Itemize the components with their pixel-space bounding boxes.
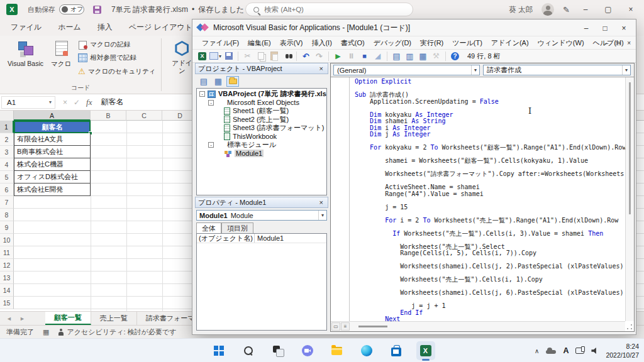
search-box[interactable]: 検索 (Alt+Q) (245, 3, 413, 16)
select-all-corner[interactable] (0, 111, 14, 121)
row-header-6[interactable]: 6 (0, 184, 14, 196)
onedrive-icon[interactable] (546, 348, 556, 354)
row-header-10[interactable]: 10 (0, 234, 14, 246)
taskbar-excel-icon[interactable] (416, 341, 435, 360)
taskbar-explorer-icon[interactable] (328, 341, 347, 360)
view-object-icon[interactable] (212, 76, 225, 87)
user-name[interactable]: 葵 太郎 (509, 5, 533, 14)
full-module-view-icon[interactable]: ≡ (341, 322, 350, 331)
vba-menu-ツール(T)[interactable]: ツール(T) (448, 38, 487, 48)
vertical-scrollbar-thumb[interactable] (629, 82, 631, 214)
sheet-tab-売上一覧[interactable]: 売上一覧 (91, 312, 137, 325)
vba-menu-書式(O)[interactable]: 書式(O) (336, 38, 369, 48)
tree-item-Sheet2 (売上一覧)[interactable]: Sheet2 (売上一覧) (197, 116, 326, 124)
vba-menu-ファイル(F)[interactable]: ファイル(F) (197, 38, 243, 48)
vertical-scrollbar[interactable] (625, 77, 634, 321)
save-icon[interactable] (93, 6, 101, 14)
tree-item-標準モジュール[interactable]: -標準モジュール (197, 141, 326, 150)
cell-A3[interactable]: B商事株式会社 (14, 146, 91, 158)
vba-minimize-button[interactable]: – (577, 24, 596, 33)
cell-A2[interactable]: 有限会社A文具 (14, 133, 91, 146)
avatar[interactable] (541, 3, 554, 16)
procedure-view-icon[interactable]: ▭ (331, 322, 340, 331)
ribbon-button-record-macro[interactable]: マクロの記録 (76, 39, 157, 50)
taskbar-clock[interactable]: 8:24 2022/10/27 (606, 342, 639, 359)
taskbar-start-icon[interactable] (209, 341, 228, 360)
vba-close-button[interactable]: × (614, 24, 633, 33)
row-header-12[interactable]: 12 (0, 259, 14, 272)
help-icon[interactable] (449, 51, 461, 62)
macro-record-icon[interactable]: ▦ (43, 328, 49, 336)
vba-menu-挿入(I)[interactable]: 挿入(I) (307, 38, 336, 48)
taskbar-store-icon[interactable] (387, 341, 406, 360)
row-header-11[interactable]: 11 (0, 246, 14, 259)
mdi-minimize-button[interactable]: – (605, 40, 609, 47)
row-header-2[interactable]: 2 (0, 133, 14, 146)
tree-item-Sheet1 (顧客一覧)[interactable]: Sheet1 (顧客一覧) (197, 107, 326, 116)
autosave-toggle[interactable]: オフ (59, 4, 84, 14)
vba-titlebar[interactable]: Microsoft Visual Basic for Applications … (192, 19, 636, 36)
autosave-control[interactable]: 自動保存 オフ (28, 4, 84, 14)
tree-expander-icon[interactable]: - (208, 100, 214, 106)
cell-A4[interactable]: 株式会社C機器 (14, 158, 91, 171)
properties-panel-header[interactable]: プロパティ - Module1 × (195, 197, 328, 208)
ribbon-tab-挿入[interactable]: 挿入 (89, 19, 121, 36)
column-header-A[interactable]: A (14, 111, 91, 121)
sheet-tab-顧客一覧[interactable]: 顧客一覧 (45, 312, 91, 325)
vba-menu-実行(R)[interactable]: 実行(R) (416, 38, 448, 48)
code-editor[interactable]: Option Explicit Sub 請求書作成() Application.… (331, 77, 625, 321)
horizontal-scrollbar[interactable]: ▭ ≡ (331, 321, 625, 331)
reset-icon[interactable] (358, 51, 370, 62)
view-code-icon[interactable] (197, 76, 210, 87)
document-title[interactable]: 7単元 請求書発行.xlsm • 保存しました ▾ (111, 4, 251, 15)
cut-icon[interactable] (242, 51, 253, 62)
cell-A1-selected[interactable]: 顧客名 (14, 121, 91, 133)
cancel-icon[interactable]: × (63, 98, 67, 107)
accessibility-status[interactable]: アクセシビリティ: 検討が必要です (58, 327, 176, 337)
tree-item-ThisWorkbook[interactable]: ThisWorkbook (197, 133, 326, 141)
taskbar-chat-icon[interactable] (298, 341, 317, 360)
ribbon-button-macro-security[interactable]: マクロのセキュリティ (76, 65, 157, 77)
horizontal-scrollbar-thumb[interactable] (358, 326, 387, 327)
ribbon-tab-ファイル[interactable]: ファイル (3, 19, 50, 36)
code-margin[interactable] (331, 77, 350, 321)
volume-icon[interactable] (591, 347, 599, 354)
vba-menu-デバッグ(D)[interactable]: デバッグ(D) (369, 38, 416, 48)
row-header-14[interactable]: 14 (0, 284, 14, 297)
save-icon[interactable] (223, 51, 235, 62)
run-icon[interactable] (332, 51, 344, 62)
column-header-C[interactable]: C (126, 111, 162, 121)
row-header-5[interactable]: 5 (0, 171, 14, 184)
excel-restore-button[interactable]: ▢ (601, 5, 615, 14)
ribbon-button-relative-reference[interactable]: 相対参照で記録 (76, 52, 157, 63)
project-panel-header[interactable]: プロジェクト - VBAProject × (195, 63, 328, 74)
tab-alphabetic[interactable]: 全体 (196, 222, 221, 233)
mdi-restore-button[interactable]: □ (616, 40, 619, 47)
enter-icon[interactable]: ✓ (74, 98, 80, 107)
property-row[interactable]: (オブジェクト名)Module1 (197, 234, 326, 243)
row-header-7[interactable]: 7 (0, 196, 14, 209)
taskbar-search-icon[interactable] (239, 341, 258, 360)
vba-menu-表示(V)[interactable]: 表示(V) (275, 38, 308, 48)
ribbon-tab-ページ レイアウト[interactable]: ページ レイアウト (121, 19, 201, 36)
ime-mode[interactable]: A (563, 346, 569, 355)
project-explorer-icon[interactable] (391, 51, 402, 62)
find-icon[interactable] (281, 51, 293, 62)
row-header-3[interactable]: 3 (0, 146, 14, 158)
break-icon[interactable] (345, 51, 357, 62)
object-browser-icon[interactable] (417, 51, 429, 62)
properties-panel-close-icon[interactable]: × (318, 199, 325, 206)
name-box[interactable]: A1 ▾ (1, 96, 55, 109)
tab-categorized[interactable]: 項目別 (221, 222, 253, 233)
copy-icon[interactable] (255, 51, 267, 62)
procedure-dropdown[interactable]: 請求書作成 ▾ (483, 65, 631, 75)
row-header-4[interactable]: 4 (0, 158, 14, 171)
fx-icon[interactable]: fx (86, 97, 92, 107)
ribbon-tab-ホーム[interactable]: ホーム (50, 19, 89, 36)
ribbon-button-macros[interactable]: マクロ (48, 38, 74, 70)
tree-item-Microsoft Excel Objects[interactable]: -Microsoft Excel Objects (197, 99, 326, 107)
row-header-15[interactable]: 15 (0, 297, 14, 309)
row-header-1[interactable]: 1 (0, 121, 14, 133)
toolbox-icon[interactable] (430, 51, 442, 62)
mdi-close-button[interactable]: × (627, 40, 631, 47)
